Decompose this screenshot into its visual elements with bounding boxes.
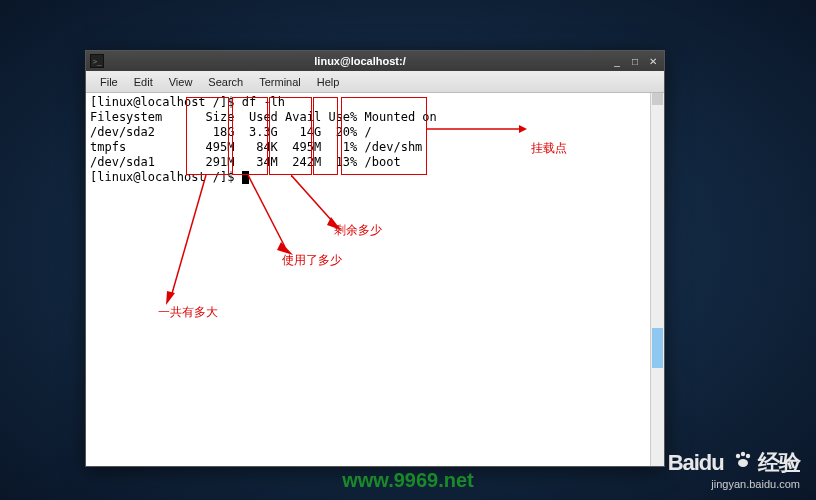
- svg-line-6: [171, 175, 206, 297]
- svg-point-8: [736, 454, 740, 458]
- menu-search[interactable]: Search: [200, 74, 251, 90]
- annot-label-size: 一共有多大: [158, 305, 218, 320]
- annot-label-avail: 剩余多少: [334, 223, 382, 238]
- paw-icon: [733, 450, 753, 470]
- menu-terminal[interactable]: Terminal: [251, 74, 309, 90]
- menu-view[interactable]: View: [161, 74, 201, 90]
- df-row: /dev/sda2 18G 3.3G 14G 20% /: [90, 125, 660, 140]
- window-title: linux@localhost:/: [110, 55, 610, 67]
- scrollbar-thumb[interactable]: [652, 328, 663, 368]
- scrollbar[interactable]: [650, 93, 664, 466]
- arrow-size: [166, 175, 211, 305]
- menu-edit[interactable]: Edit: [126, 74, 161, 90]
- watermark-baidu: Baidu 经验 jingyan.baidu.com: [668, 448, 800, 490]
- window-controls: _ □ ✕: [610, 54, 660, 68]
- svg-marker-3: [327, 217, 341, 230]
- app-icon: >_: [90, 54, 104, 68]
- prompt-line: [linux@localhost /]$: [90, 170, 660, 185]
- svg-point-10: [746, 454, 750, 458]
- svg-point-11: [738, 459, 748, 467]
- df-row: tmpfs 495M 84K 495M 1% /dev/shm: [90, 140, 660, 155]
- menubar: File Edit View Search Terminal Help: [86, 71, 664, 93]
- close-button[interactable]: ✕: [646, 54, 660, 68]
- watermark-sub: jingyan.baidu.com: [668, 478, 800, 490]
- df-row: /dev/sda1 291M 34M 242M 13% /boot: [90, 155, 660, 170]
- arrow-used: [248, 175, 293, 255]
- minimize-button[interactable]: _: [610, 54, 624, 68]
- prompt-line: [linux@localhost /]$ df -lh: [90, 95, 660, 110]
- watermark-url: www.9969.net: [342, 469, 474, 492]
- svg-line-4: [248, 175, 285, 247]
- scrollbar-thumb[interactable]: [652, 93, 663, 105]
- cursor: [242, 171, 249, 184]
- menu-help[interactable]: Help: [309, 74, 348, 90]
- terminal-window: >_ linux@localhost:/ _ □ ✕ File Edit Vie…: [85, 50, 665, 467]
- terminal-output[interactable]: [linux@localhost /]$ df -lh Filesystem S…: [86, 93, 664, 466]
- maximize-button[interactable]: □: [628, 54, 642, 68]
- svg-marker-5: [277, 242, 293, 255]
- titlebar[interactable]: >_ linux@localhost:/ _ □ ✕: [86, 51, 664, 71]
- df-header: Filesystem Size Used Avail Use% Mounted …: [90, 110, 660, 125]
- svg-marker-7: [166, 291, 175, 305]
- svg-point-9: [741, 452, 745, 456]
- menu-file[interactable]: File: [92, 74, 126, 90]
- baidu-logo: Baidu 经验: [668, 448, 800, 478]
- annot-label-used: 使用了多少: [282, 253, 342, 268]
